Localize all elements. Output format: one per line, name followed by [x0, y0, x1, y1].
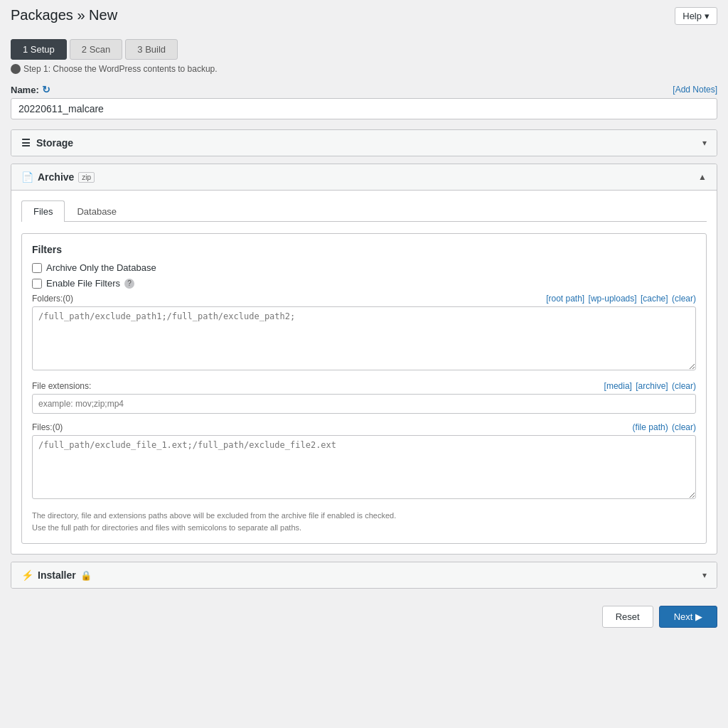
next-button[interactable]: Next ▶: [659, 606, 717, 628]
reset-button[interactable]: Reset: [602, 606, 653, 628]
step-scan[interactable]: 2 Scan: [70, 39, 122, 60]
storage-panel: ☰ Storage ▾: [11, 129, 717, 156]
page-title: Packages » New: [11, 7, 117, 23]
hint-text: The directory, file and extensions paths…: [32, 510, 696, 533]
storage-header[interactable]: ☰ Storage ▾: [11, 130, 717, 156]
lock-icon: 🔒: [80, 570, 92, 581]
media-link[interactable]: [media]: [604, 381, 632, 391]
installer-panel: ⚡ Installer 🔒 ▾: [11, 562, 717, 589]
files-links: (file path) (clear): [631, 422, 696, 432]
installer-header[interactable]: ⚡ Installer 🔒 ▾: [11, 562, 717, 588]
archive-tabs: Files Database: [21, 200, 707, 222]
add-notes-link[interactable]: [Add Notes]: [673, 85, 717, 95]
folders-textarea[interactable]: [32, 306, 696, 370]
installer-bolt-icon: ⚡: [21, 569, 33, 581]
files-textarea[interactable]: [32, 435, 696, 499]
file-extensions-links: [media] [archive] (clear): [603, 381, 696, 391]
name-label-row: Name: ↻ [Add Notes]: [11, 84, 717, 95]
installer-chevron-icon: ▾: [702, 570, 707, 580]
clear-folders-link[interactable]: (clear): [672, 294, 696, 304]
archive-header[interactable]: 📄 Archive zip ▲: [11, 164, 717, 191]
clear-ext-link[interactable]: (clear): [672, 381, 696, 391]
file-path-link[interactable]: (file path): [633, 422, 668, 432]
enable-file-filters-row: Enable File Filters ?: [32, 278, 696, 289]
archive-file-icon: 📄: [21, 171, 33, 183]
help-button[interactable]: Help ▾: [675, 7, 717, 25]
root-path-link[interactable]: [root path]: [546, 294, 584, 304]
tab-database[interactable]: Database: [65, 200, 129, 222]
refresh-icon[interactable]: ↻: [42, 84, 50, 95]
step-setup[interactable]: 1 Setup: [11, 39, 67, 60]
zip-badge: zip: [78, 172, 95, 183]
tab-files[interactable]: Files: [21, 200, 65, 222]
step-build[interactable]: 3 Build: [125, 39, 178, 60]
folders-field-row: Folders:(0) [root path] [wp-uploads] [ca…: [32, 294, 696, 373]
footer-buttons: Reset Next ▶: [11, 599, 717, 635]
archive-chevron-icon: ▲: [698, 172, 707, 182]
folders-links: [root path] [wp-uploads] [cache] (clear): [545, 294, 696, 304]
chevron-down-icon: ▾: [705, 11, 710, 21]
enable-file-filters-help-icon[interactable]: ?: [124, 279, 134, 289]
archive-body: Files Database Filters Archive Only the …: [11, 191, 717, 554]
cache-link[interactable]: [cache]: [641, 294, 668, 304]
steps-bar: 1 Setup 2 Scan 3 Build: [11, 39, 717, 60]
package-name-input[interactable]: [11, 98, 717, 119]
step-hint: Step 1: Choose the WordPress contents to…: [11, 64, 717, 74]
wp-logo-icon: [11, 64, 21, 74]
clear-files-link[interactable]: (clear): [672, 422, 696, 432]
archive-only-db-row: Archive Only the Database: [32, 262, 696, 273]
folders-label: Folders:(0): [32, 294, 73, 304]
files-label: Files:(0): [32, 422, 63, 432]
filters-section: Filters Archive Only the Database Enable…: [21, 233, 707, 544]
enable-file-filters-checkbox[interactable]: [32, 279, 42, 289]
archive-panel: 📄 Archive zip ▲ Files Database Filters A…: [11, 164, 717, 555]
filters-title: Filters: [32, 244, 696, 255]
file-extensions-label: File extensions:: [32, 381, 91, 391]
enable-file-filters-label: Enable File Filters: [46, 278, 120, 289]
files-field-row: Files:(0) (file path) (clear): [32, 422, 696, 501]
archive-only-db-label: Archive Only the Database: [46, 262, 156, 273]
storage-icon: ☰: [21, 137, 31, 149]
wp-uploads-link[interactable]: [wp-uploads]: [589, 294, 637, 304]
archive-ext-link[interactable]: [archive]: [636, 381, 668, 391]
archive-only-db-checkbox[interactable]: [32, 263, 42, 273]
file-extensions-field-row: File extensions: [media] [archive] (clea…: [32, 381, 696, 414]
file-extensions-input[interactable]: [32, 394, 696, 414]
storage-chevron-icon: ▾: [702, 138, 707, 148]
